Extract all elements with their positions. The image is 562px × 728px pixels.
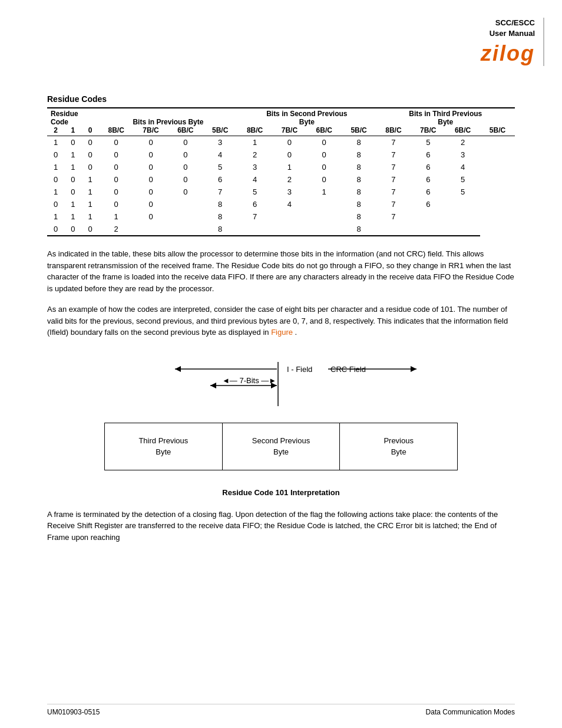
col-6bc-2nd: 6B/C xyxy=(307,126,342,136)
col-1: 1 xyxy=(64,126,81,136)
table-cell: 1 xyxy=(82,210,99,223)
7-bits-label: ◄— 7-Bits —► xyxy=(222,376,276,385)
table-cell: 0 xyxy=(82,161,99,173)
figure-link[interactable]: Figure xyxy=(271,328,295,337)
table-cell xyxy=(445,223,480,236)
table-cell: 4 xyxy=(445,161,480,173)
table-cell: 1 xyxy=(47,210,64,223)
table-cell: 0 xyxy=(64,186,81,198)
table-cell: 3 xyxy=(237,161,272,173)
table-cell: 1 xyxy=(64,149,81,161)
table-cell: 0 xyxy=(168,136,203,149)
table-cell: 0 xyxy=(307,136,342,149)
table-cell: 6 xyxy=(411,173,445,186)
table-cell: 0 xyxy=(134,161,168,173)
table-cell: 0 xyxy=(99,149,134,161)
table-cell: 0 xyxy=(99,161,134,173)
col-7bc-2nd: 7B/C xyxy=(272,126,307,136)
svg-marker-4 xyxy=(411,366,416,372)
table-cell xyxy=(445,198,480,210)
table-cell: 1 xyxy=(237,136,272,149)
table-row: 11000053108764 xyxy=(47,161,515,173)
table-cell: 7 xyxy=(376,210,411,223)
table-cell: 4 xyxy=(203,149,237,161)
table-cell: 0 xyxy=(47,198,64,210)
table-cell: 8 xyxy=(342,223,376,236)
body-paragraph-3: A frame is terminated by the detection o… xyxy=(47,509,515,543)
table-cell: 8 xyxy=(342,149,376,161)
table-cell xyxy=(411,223,445,236)
table-cell: 4 xyxy=(237,173,272,186)
table-cell: 0 xyxy=(47,149,64,161)
table-cell xyxy=(168,223,203,236)
table-cell: 0 xyxy=(47,173,64,186)
table-cell: 5 xyxy=(445,173,480,186)
previous-label: PreviousByte xyxy=(384,436,414,457)
table-cell xyxy=(445,210,480,223)
table-cell: 0 xyxy=(82,223,99,236)
table-cell: 0 xyxy=(82,136,99,149)
page-footer: UM010903-0515 Data Communication Modes xyxy=(47,704,515,716)
col-6bc-3rd: 6B/C xyxy=(445,126,480,136)
table-cell xyxy=(307,223,342,236)
company-logo: zilog xyxy=(481,41,535,66)
table-cell: 0 xyxy=(134,149,168,161)
table-cell xyxy=(272,223,307,236)
table-cell: 8 xyxy=(342,198,376,210)
table-cell: 1 xyxy=(47,161,64,173)
col-header-second-previous: Bits in Second PreviousByte xyxy=(237,108,376,126)
table-cell: 0 xyxy=(99,186,134,198)
table-cell: 7 xyxy=(376,161,411,173)
table-cell: 2 xyxy=(445,136,480,149)
table-cell: 0 xyxy=(168,186,203,198)
table-cell: 1 xyxy=(99,210,134,223)
table-cell: 0 xyxy=(64,173,81,186)
table-cell: 7 xyxy=(376,136,411,149)
col-5bc-prev: 5B/C xyxy=(203,126,237,136)
residue-codes-table: ResidueCode Bits in Previous Byte Bits i… xyxy=(47,107,515,236)
byte-boxes-container: Third PreviousByte Second PreviousByte P… xyxy=(104,423,458,470)
col-8bc-3rd: 8B/C xyxy=(376,126,411,136)
table-cell: 8 xyxy=(342,161,376,173)
table-row: 01000042008763 xyxy=(47,149,515,161)
table-cell: 6 xyxy=(411,186,445,198)
table-cell: 0 xyxy=(168,173,203,186)
table-cell: 1 xyxy=(64,161,81,173)
table-row: 000288 xyxy=(47,223,515,236)
table-cell: 1 xyxy=(47,186,64,198)
table-cell: 0 xyxy=(134,136,168,149)
table-cell: 1 xyxy=(47,136,64,149)
table-cell: 8 xyxy=(342,186,376,198)
page-header: SCC/ESCC User Manual zilog xyxy=(481,18,544,66)
crc-field-label: CRC Field xyxy=(330,365,366,374)
table-cell: 0 xyxy=(272,136,307,149)
table-cell: 1 xyxy=(82,186,99,198)
table-cell xyxy=(168,210,203,223)
table-cell: 5 xyxy=(411,136,445,149)
table-row: 10000031008752 xyxy=(47,136,515,149)
table-cell xyxy=(376,223,411,236)
table-cell: 0 xyxy=(134,210,168,223)
table-cell: 7 xyxy=(376,186,411,198)
svg-marker-2 xyxy=(175,366,181,372)
table-cell: 6 xyxy=(237,198,272,210)
table-cell: 2 xyxy=(237,149,272,161)
table-cell: 0 xyxy=(134,173,168,186)
table-cell: 4 xyxy=(272,198,307,210)
svg-marker-6 xyxy=(210,383,216,388)
table-cell: 1 xyxy=(307,186,342,198)
table-row: 01100864876 xyxy=(47,198,515,210)
table-cell: 0 xyxy=(99,136,134,149)
col-8bc-2nd: 8B/C xyxy=(237,126,272,136)
table-cell: 7 xyxy=(376,198,411,210)
table-cell: 1 xyxy=(82,198,99,210)
table-cell: 0 xyxy=(307,173,342,186)
figure-diagram: I - Field CRC Field ◄— 7-Bits —► Third P… xyxy=(104,356,458,470)
col-8bc-prev: 8B/C xyxy=(99,126,134,136)
table-cell: 0 xyxy=(99,173,134,186)
col-header-previous-byte: Bits in Previous Byte xyxy=(99,108,237,126)
table-cell: 6 xyxy=(411,161,445,173)
table-cell: 3 xyxy=(203,136,237,149)
table-cell: 3 xyxy=(445,149,480,161)
col-0: 0 xyxy=(82,126,99,136)
